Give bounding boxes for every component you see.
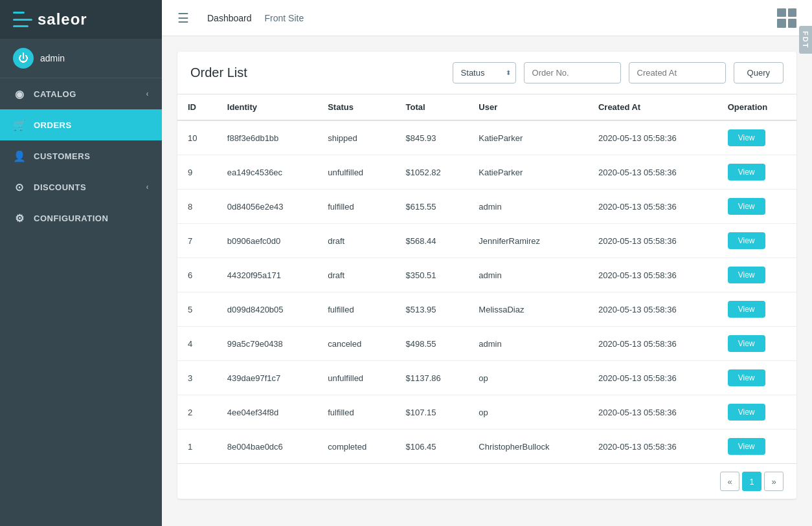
cell-operation: View [717,190,796,224]
orders-table: IDIdentityStatusTotalUserCreated AtOpera… [177,94,796,463]
created-at-input[interactable] [629,62,726,83]
sidebar-item-discounts[interactable]: ⊙ DISCOUNTS ‹ [0,171,162,203]
cell-status: fulfilled [317,292,395,327]
table-row: 2 4ee04ef34f8d fulfilled $107.15 op 2020… [177,395,796,430]
table-row: 3 439dae97f1c7 unfulfilled $1137.86 op 2… [177,361,796,395]
cell-status: completed [317,430,395,464]
table-row: 10 f88f3e6db1bb shipped $845.93 KatiePar… [177,120,796,155]
order-no-input[interactable] [524,62,621,83]
logo-text: saleor [38,10,87,28]
cell-created-at: 2020-05-13 05:58:36 [588,120,717,155]
view-button[interactable]: View [728,267,765,283]
col-total: Total [396,94,469,120]
status-select-wrapper[interactable]: Statusshippedunfulfilledfulfilleddraftca… [453,62,516,83]
pagination-prev[interactable]: « [720,472,739,491]
content-area: Order List Statusshippedunfulfilledfulfi… [162,36,812,526]
sidebar-item-label: CATALOG [34,89,76,99]
cell-status: unfulfilled [317,155,395,190]
col-created-at: Created At [588,94,717,120]
topbar-right [777,8,796,28]
sidebar-logo: saleor [0,0,162,39]
fdt-label[interactable]: FDT [799,26,812,54]
table-body: 10 f88f3e6db1bb shipped $845.93 KatiePar… [177,120,796,463]
cell-operation: View [717,120,796,155]
topbar-link-dashboard[interactable]: Dashboard [207,13,252,23]
cell-operation: View [717,395,796,430]
grid-icon[interactable] [777,8,796,28]
cell-total: $106.45 [396,430,469,464]
pagination-current[interactable]: 1 [742,472,761,491]
avatar: ⏻ [13,48,34,69]
topbar: ☰ Dashboard Front Site [162,0,812,36]
view-button[interactable]: View [728,198,765,215]
col-status: Status [317,94,395,120]
cell-user: MelissaDiaz [468,292,588,327]
cell-identity: 99a5c79e0438 [217,327,317,361]
sidebar-user[interactable]: ⏻ admin [0,39,162,78]
cell-total: $513.95 [396,292,469,327]
table-header: IDIdentityStatusTotalUserCreated AtOpera… [177,94,796,120]
cell-identity: f88f3e6db1bb [217,120,317,155]
sidebar-item-label: CUSTOMERS [34,151,90,161]
status-select[interactable]: Statusshippedunfulfilledfulfilleddraftca… [453,62,516,83]
user-name: admin [40,53,65,63]
cell-identity: 439dae97f1c7 [217,361,317,395]
cell-identity: 44320f95a171 [217,258,317,292]
cell-id: 1 [177,430,217,464]
catalog-icon: ◉ [13,87,26,100]
col-identity: Identity [217,94,317,120]
filter-bar: Order List Statusshippedunfulfilledfulfi… [177,52,796,94]
cell-user: op [468,361,588,395]
sidebar-item-configuration[interactable]: ⚙ CONFIGURATION [0,203,162,234]
page-title: Order List [190,65,445,80]
view-button[interactable]: View [728,404,765,421]
cell-operation: View [717,327,796,361]
cell-total: $845.93 [396,120,469,155]
table-row: 1 8e004bae0dc6 completed $106.45 Christo… [177,430,796,464]
cell-id: 7 [177,224,217,258]
sidebar: saleor ⏻ admin ◉ CATALOG ‹ 🛒 ORDERS 👤 CU… [0,0,162,526]
view-button[interactable]: View [728,438,765,455]
view-button[interactable]: View [728,164,765,181]
cell-identity: 8e004bae0dc6 [217,430,317,464]
cell-status: canceled [317,327,395,361]
sidebar-item-label: ORDERS [34,120,72,130]
cell-id: 5 [177,292,217,327]
cell-created-at: 2020-05-13 05:58:36 [588,155,717,190]
cell-status: fulfilled [317,395,395,430]
sidebar-item-customers[interactable]: 👤 CUSTOMERS [0,140,162,171]
topbar-link-front-site[interactable]: Front Site [265,13,304,23]
chevron-icon: ‹ [146,182,150,192]
view-button[interactable]: View [728,335,765,352]
query-button[interactable]: Query [734,62,784,83]
table-row: 4 99a5c79e0438 canceled $498.55 admin 20… [177,327,796,361]
view-button[interactable]: View [728,129,765,146]
cell-created-at: 2020-05-13 05:58:36 [588,395,717,430]
cell-status: draft [317,224,395,258]
cell-created-at: 2020-05-13 05:58:36 [588,224,717,258]
cell-created-at: 2020-05-13 05:58:36 [588,430,717,464]
cell-user: admin [468,327,588,361]
cell-user: KatieParker [468,120,588,155]
cell-identity: b0906aefc0d0 [217,224,317,258]
sidebar-item-catalog[interactable]: ◉ CATALOG ‹ [0,78,162,109]
configuration-icon: ⚙ [13,212,26,225]
sidebar-item-orders[interactable]: 🛒 ORDERS [0,109,162,140]
table-row: 5 d099d8420b05 fulfilled $513.95 Melissa… [177,292,796,327]
table-row: 9 ea149c4536ec unfulfilled $1052.82 Kati… [177,155,796,190]
pagination-next[interactable]: » [764,472,784,491]
cell-status: fulfilled [317,190,395,224]
cell-status: draft [317,258,395,292]
view-button[interactable]: View [728,369,765,386]
col-user: User [468,94,588,120]
cell-operation: View [717,292,796,327]
table-row: 6 44320f95a171 draft $350.51 admin 2020-… [177,258,796,292]
hamburger-icon[interactable]: ☰ [177,10,189,26]
pagination: « 1 » [177,463,796,499]
customers-icon: 👤 [13,149,26,162]
view-button[interactable]: View [728,301,765,318]
sidebar-item-label: CONFIGURATION [34,214,108,223]
orders-icon: 🛒 [13,118,26,131]
view-button[interactable]: View [728,232,765,249]
cell-identity: 0d84056e2e43 [217,190,317,224]
